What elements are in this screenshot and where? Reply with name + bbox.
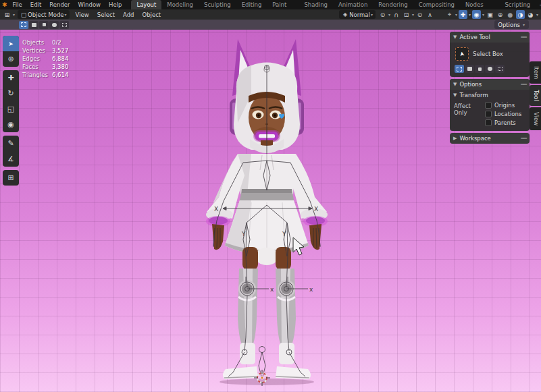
toolbar: ➤ ⊕ ✚ ↻ ◱ ◉ ✎ ∡ ⊞: [3, 36, 19, 186]
options-header[interactable]: ▼ Options ══: [450, 79, 530, 90]
panel-grip-icon[interactable]: ══: [521, 136, 526, 142]
shading-rendered-icon[interactable]: ◕: [526, 10, 535, 19]
shading-solid-icon[interactable]: ●: [506, 10, 515, 19]
tool-measure-button[interactable]: ∡: [3, 151, 19, 167]
tool-transform-button[interactable]: ◉: [3, 117, 19, 132]
sidebar-tab-view[interactable]: View: [530, 107, 541, 130]
select-mode-set-icon[interactable]: [19, 21, 28, 29]
tab-sculpting[interactable]: Sculpting: [199, 0, 236, 9]
shading-wireframe-icon[interactable]: ⊕: [496, 10, 505, 19]
falloff-curve-icon[interactable]: ∧: [426, 10, 434, 19]
menu-help[interactable]: Help: [105, 0, 126, 9]
menu-select[interactable]: Select: [93, 10, 119, 20]
stat-faces-value: 3,380: [52, 63, 68, 71]
tool-cursor-button[interactable]: ⊕: [3, 51, 19, 67]
mode-label: Object Mode: [28, 11, 64, 18]
tool-annotate-button[interactable]: ✎: [3, 136, 19, 151]
blender-logo-icon[interactable]: ✱: [2, 1, 7, 9]
pivot-point-icon[interactable]: ⊙: [378, 10, 387, 19]
locations-label: Locations: [494, 111, 521, 117]
gizmo-vis-chevron-icon[interactable]: ▾: [455, 12, 457, 17]
tab-shading[interactable]: Shading: [299, 0, 333, 9]
options-chevron-icon: ▾: [523, 22, 525, 27]
show-gizmos-icon[interactable]: ✚: [459, 10, 467, 19]
select-mode-group: [19, 21, 69, 29]
viewport-options-button[interactable]: Options ▾: [494, 20, 529, 29]
shading-material-icon[interactable]: ◑: [516, 10, 525, 19]
3d-viewport[interactable]: X X x x Y Y: [0, 30, 541, 392]
orientation-dropdown[interactable]: ◈ Normal ▾: [339, 10, 376, 19]
xray-toggle-icon[interactable]: ▣: [486, 10, 494, 19]
select-mode-subtract-icon[interactable]: [39, 21, 49, 29]
sidebar-panel: ▼ Active Tool ══ ➤ Select Box: [450, 32, 530, 146]
menu-add[interactable]: Add: [119, 10, 138, 20]
gizmo-visibility-icon[interactable]: ⌖: [445, 10, 454, 19]
panel-grip-icon[interactable]: ══: [521, 82, 526, 88]
panel-mode-invert-icon[interactable]: [485, 65, 494, 73]
expand-chevron-icon: ▶: [453, 136, 457, 141]
tab-rendering[interactable]: Rendering: [373, 0, 413, 9]
locations-checkbox[interactable]: [485, 111, 492, 117]
tool-add-cube-button[interactable]: ⊞: [3, 170, 19, 186]
overlays-chevron-icon[interactable]: ▾: [482, 12, 484, 17]
tool-rotate-button[interactable]: ↻: [3, 86, 19, 101]
shading-chevron-icon[interactable]: ▾: [536, 12, 538, 17]
tab-geometry-nodes[interactable]: Geometry Nodes: [460, 0, 499, 9]
panel-mode-intersect-icon[interactable]: [495, 65, 505, 73]
axis-label-hip-x-left: X: [214, 206, 218, 213]
editor-type-chevron-icon[interactable]: ▾: [13, 12, 15, 17]
select-mode-invert-icon[interactable]: [49, 21, 59, 29]
tool-scale-button[interactable]: ◱: [3, 101, 19, 117]
snap-magnet-icon[interactable]: ∩: [392, 10, 401, 19]
tab-scripting[interactable]: Scripting: [499, 0, 536, 9]
origins-checkbox[interactable]: [485, 102, 492, 109]
panel-grip-icon[interactable]: ══: [521, 34, 526, 40]
show-overlays-icon[interactable]: ◉: [472, 10, 481, 19]
menu-object[interactable]: Object: [138, 10, 165, 20]
editor-type-icon[interactable]: ⊞: [3, 10, 11, 19]
parents-checkbox[interactable]: [485, 119, 492, 126]
tool-select-box-button[interactable]: ➤: [3, 36, 19, 51]
tool-move-button[interactable]: ✚: [3, 70, 19, 86]
tab-compositing[interactable]: Compositing: [413, 0, 460, 9]
add-workspace-button[interactable]: +: [536, 0, 541, 9]
tab-layout[interactable]: Layout: [131, 0, 161, 9]
mode-dropdown[interactable]: ▢ Object Mode ▾: [18, 10, 70, 19]
active-tool-title: Active Tool: [459, 34, 490, 40]
select-mode-extend-icon[interactable]: [29, 21, 38, 29]
menu-edit[interactable]: Edit: [26, 0, 45, 9]
affect-only-row: Affect Only Origins Locations Parents: [450, 101, 530, 128]
menu-file[interactable]: File: [9, 0, 26, 9]
collapse-chevron-icon: ▼: [453, 34, 457, 40]
pivot-chevron-icon[interactable]: ▾: [388, 12, 390, 17]
snap-chevron-icon[interactable]: ▾: [412, 12, 414, 17]
panel-mode-set-icon[interactable]: [455, 65, 464, 73]
workspace-header[interactable]: ▶ Workspace ══: [450, 133, 530, 144]
stat-edges-label: Edges: [22, 55, 52, 63]
active-tool-header[interactable]: ▼ Active Tool ══: [450, 32, 530, 43]
collapse-chevron-icon: ▼: [453, 92, 457, 98]
tab-animation[interactable]: Animation: [333, 0, 373, 9]
tab-modeling[interactable]: Modeling: [161, 0, 199, 9]
panel-mode-subtract-icon[interactable]: [475, 65, 484, 73]
axis-label-y-left: Y: [241, 231, 246, 237]
tab-uv-editing[interactable]: UV Editing: [236, 0, 267, 9]
gizmos-chevron-icon[interactable]: ▾: [469, 12, 471, 17]
snap-with-icon[interactable]: ⊡: [402, 10, 411, 19]
sidebar-tab-item[interactable]: Item: [530, 61, 541, 84]
affect-only-label: Affect Only: [454, 102, 485, 116]
menu-view[interactable]: View: [72, 10, 93, 20]
select-mode-intersect-icon[interactable]: [59, 21, 69, 29]
menu-window[interactable]: Window: [74, 0, 105, 9]
stat-faces-label: Faces: [22, 63, 52, 71]
tab-texture-paint[interactable]: Texture Paint: [267, 0, 299, 9]
transform-subpanel-header[interactable]: ▼ Transform: [450, 90, 530, 101]
orientation-label: Normal: [349, 11, 370, 18]
menu-render[interactable]: Render: [45, 0, 74, 9]
sidebar-tab-tool[interactable]: Tool: [530, 85, 541, 106]
panel-mode-extend-icon[interactable]: [465, 65, 474, 73]
proportional-editing-icon[interactable]: ⊙: [415, 10, 424, 19]
axis-label-y-right: Y: [282, 231, 286, 237]
axis-label-hip-x-right: X: [314, 206, 318, 213]
workspace-panel: ▶ Workspace ══: [450, 133, 530, 144]
